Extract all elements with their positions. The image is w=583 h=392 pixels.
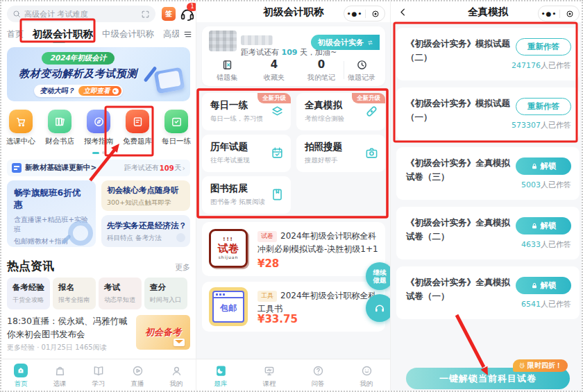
screenshot-canvas: 高级会计 考试难度 签 1 首页 初级会计职称 中级会计职称 高级会计职称 20… (0, 0, 583, 392)
search-input[interactable]: 高级会计 考试难度 (7, 6, 155, 22)
tab-intermediate-accounting[interactable]: 中级会计职称 (102, 28, 154, 40)
signin-icon[interactable]: 签 (162, 7, 176, 21)
unlock-button[interactable]: 解锁 (516, 277, 571, 294)
close-target-icon[interactable] (560, 10, 579, 18)
stat-wrong-questions[interactable]: 错题集 (206, 58, 248, 83)
product-toolbook[interactable]: 包邮 工具2024年初级会计职称全科工具书 ¥33.75 (202, 282, 385, 332)
paper-card[interactable]: 《初级会计实务》模拟试题（二） 重新作答 247176人已作答 (396, 28, 580, 80)
exam-countdown[interactable]: 距考试还有109天 › (124, 163, 185, 173)
nav-label: 选课 (46, 380, 74, 389)
headset-icon (373, 302, 386, 314)
nav-live[interactable]: 直播 (124, 364, 151, 389)
layers-icon (271, 105, 284, 118)
feature-title: 每日一练 (210, 99, 248, 112)
quick-free-question-bank[interactable]: 免费题库 (118, 110, 157, 146)
nav-question-bank[interactable]: 题库 (207, 364, 235, 389)
alarm-clock-icon (518, 362, 525, 369)
promo-card-audio[interactable]: 初会核心考点随身听 300+知识点触耳即学 (101, 180, 190, 211)
promo-title: 初会核心考点随身听 (107, 185, 185, 196)
scan-icon[interactable] (141, 10, 150, 19)
miniprogram-capsule[interactable]: •●• (344, 6, 385, 22)
news-thumbnail[interactable]: 初会备考 (136, 315, 190, 350)
continue-practice-float-button[interactable]: 继续做题 (366, 262, 391, 290)
promo-card-subject[interactable]: 先学实务还是经济法？ 科目特点 备考方法 (101, 215, 190, 247)
page-indicator (1, 151, 196, 154)
nav-study[interactable]: 学习 (85, 364, 112, 389)
promo-banner[interactable]: 2024年初级会计 教材变动解析及考试预测 变动大吗？ 立即查看▸ (7, 47, 190, 101)
banner-cta-row[interactable]: 变动大吗？ 立即查看▸ (34, 85, 123, 97)
category-card-experience[interactable]: 备考经验 干货全攻略 (7, 278, 50, 309)
quick-daily-practice[interactable]: 每日一练 (157, 110, 196, 146)
promo-card-flagship[interactable]: 畅学旗舰班6折优惠 含直播课+精品班+实验班 包邮赠教材+指南 (7, 180, 96, 247)
nav-me[interactable]: 我的 (162, 364, 190, 389)
username-blurred (241, 35, 273, 45)
button-label: 重新作答 (527, 101, 559, 112)
category-card-register[interactable]: 报名 报考全指南 (53, 278, 96, 309)
stat-favorites[interactable]: 4 收藏夹 (253, 58, 295, 83)
answer-count: 4633人已作答 (521, 239, 571, 250)
tab-home[interactable]: 首页 (7, 28, 24, 40)
button-label: 重新作答 (527, 42, 559, 52)
search-placeholder: 高级会计 考试难度 (24, 9, 141, 19)
feature-sub: 每日一练，养习惯 (210, 114, 263, 123)
nav-home[interactable]: 首页 (7, 364, 35, 389)
arrow-circle-icon: ▸ (112, 88, 119, 94)
feature-book-extension[interactable]: 图书拓展 图书备考 拓展阅读 (202, 176, 291, 214)
button-label: 解锁 (541, 161, 557, 171)
nav-qa[interactable]: 问答 (304, 364, 332, 389)
camera-icon (365, 146, 378, 160)
hot-news-more-link[interactable]: 更多 (175, 262, 190, 273)
back-button[interactable] (398, 7, 408, 17)
stat-label: 收藏夹 (253, 73, 295, 83)
redo-button[interactable]: 重新作答 (516, 38, 571, 56)
category-title: 考试 (104, 282, 142, 293)
quick-label: 报考指南 (79, 137, 118, 146)
more-options-icon[interactable]: •●• (344, 10, 365, 17)
quick-bookstore[interactable]: 财会书店 (40, 110, 79, 146)
paper-card[interactable]: 《初级会计实务》模拟试题（一） 重新作答 573307人已作答 (396, 87, 580, 140)
stat-notes[interactable]: 0 我的笔记 (301, 58, 342, 83)
promo-line: 300+知识点触耳即学 (107, 198, 185, 207)
tabs-menu-button[interactable] (179, 26, 196, 42)
product-title-line: 工具2024年初级会计职称全科工具书 (257, 289, 378, 316)
paper-card[interactable]: 《初级会计实务》全真模拟试卷（二） 解锁 4633人已作答 (396, 207, 580, 259)
unlock-button[interactable]: 解锁 (516, 157, 571, 175)
quick-course-center[interactable]: 选课中心 (1, 110, 40, 146)
notice-bar[interactable]: 新教材基础课更新中> 距考试还有109天 › (7, 160, 190, 176)
continue-practice-label: 继续做题 (372, 269, 387, 284)
quick-label: 选课中心 (1, 137, 40, 146)
redo-button[interactable]: 重新作答 (516, 98, 571, 115)
audio-service-float-button[interactable] (366, 294, 391, 322)
product-mock-paper-book[interactable]: !!! 试卷 shijuan 试卷2024年初级会计职称全科冲刺必刷模拟试卷-决… (202, 222, 385, 276)
feature-daily-practice[interactable]: 全新升级 每日一练 每日一练，养习惯 (202, 93, 291, 130)
category-title: 备考经验 (12, 282, 50, 293)
nav-me[interactable]: 我的 (353, 364, 380, 389)
category-card-score[interactable]: 查分 时间与入口 (144, 278, 187, 309)
button-label: 解锁 (541, 280, 557, 291)
miniprogram-capsule[interactable]: •●• (538, 6, 580, 22)
nav-course[interactable]: 课程 (255, 364, 283, 389)
nav-courses[interactable]: 选课 (46, 364, 74, 389)
tab-junior-accounting[interactable]: 初级会计职称 (33, 28, 93, 41)
feature-past-papers[interactable]: 历年试题 往年考试重现 (202, 135, 291, 172)
free-question-bank-icon (126, 110, 149, 133)
news-item-title[interactable]: 18:30直播：侯永斌、冯雅竹喊你来初会图书发布会 (7, 315, 132, 341)
subject-switcher-button[interactable]: 初级会计实务 (311, 35, 380, 50)
stat-history[interactable]: 做题记录 (341, 58, 382, 83)
banner-cta-button[interactable]: 立即查看▸ (78, 86, 121, 96)
paper-card[interactable]: 《初级会计实务》全真模拟试卷（三） 解锁 5003人已作答 (396, 147, 580, 200)
feature-sub: 往年考试重现 (210, 156, 250, 165)
banner-pill: 2024年初级会计 (42, 52, 115, 65)
feature-photo-search[interactable]: 拍照搜题 搜题好帮手 (296, 135, 385, 172)
feature-mock-exam[interactable]: 全新升级 全真模拟 考前综合测验 (296, 93, 385, 130)
unlock-button[interactable]: 解锁 (516, 217, 571, 235)
close-target-icon[interactable] (366, 10, 385, 18)
paper-card[interactable]: 《初级会计实务》全真模拟试卷（一） 解锁 6541人已作答 (396, 266, 580, 319)
quick-exam-guide[interactable]: 报考指南 (79, 110, 118, 146)
customer-service-icon[interactable]: 1 (180, 6, 195, 22)
more-options-icon[interactable]: •●• (539, 10, 559, 17)
hamburger-icon (183, 30, 193, 39)
paper-title: 《初级会计实务》全真模拟试卷（一） (406, 275, 512, 303)
daily-practice-icon (164, 110, 188, 133)
category-card-exam[interactable]: 考试 动态早知道 (99, 278, 142, 309)
